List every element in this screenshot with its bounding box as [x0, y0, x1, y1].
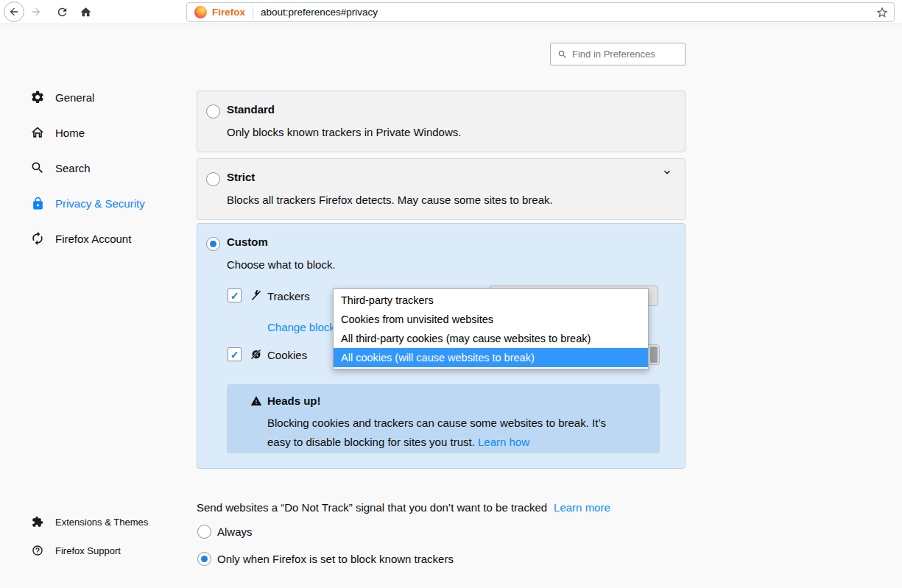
back-button[interactable]: [4, 1, 24, 22]
dnt-only-when-blocking-radio[interactable]: [197, 552, 211, 566]
trackers-label: Trackers: [267, 290, 310, 302]
search-input[interactable]: [572, 49, 685, 60]
trackers-icon: [250, 289, 262, 301]
dnt-always-label: Always: [217, 525, 253, 538]
sidebar-item-label: Privacy & Security: [55, 197, 145, 210]
puzzle-icon: [31, 516, 44, 528]
sidebar-item-firefox-support[interactable]: Firefox Support: [31, 543, 121, 558]
cookies-label: Cookies: [267, 349, 307, 361]
dnt-only-when-blocking-label: Only when Firefox is set to block known …: [217, 553, 454, 565]
strict-description: Blocks all trackers Firefox detects. May…: [227, 194, 553, 206]
sidebar-item-general[interactable]: General: [29, 88, 94, 107]
address-bar[interactable]: Firefox about:preferences#privacy: [186, 2, 895, 22]
standard-description: Only blocks known trackers in Private Wi…: [227, 126, 461, 138]
warning-text: Blocking cookies and trackers can cause …: [267, 414, 622, 452]
dnt-always-radio[interactable]: [197, 525, 211, 539]
heads-up-warning-box: Heads up! Blocking cookies and trackers …: [227, 384, 660, 453]
dropdown-option[interactable]: Cookies from unvisited websites: [334, 310, 648, 329]
learn-more-link[interactable]: Learn more: [554, 501, 610, 514]
urlbar-separator: [253, 7, 253, 18]
checkmark-icon: ✓: [230, 349, 239, 361]
warning-icon: [250, 395, 262, 407]
sidebar-item-privacy-security[interactable]: Privacy & Security: [29, 194, 145, 213]
cookies-dropdown-popup: Third-party trackers Cookies from unvisi…: [333, 288, 649, 369]
url-text[interactable]: about:preferences#privacy: [261, 7, 378, 18]
search-icon: [29, 160, 46, 175]
browser-toolbar: Firefox about:preferences#privacy: [0, 0, 902, 24]
sidebar-item-search[interactable]: Search: [29, 158, 91, 177]
do-not-track-label: Send websites a “Do Not Track” signal th…: [197, 501, 610, 514]
custom-description: Choose what to block.: [227, 258, 336, 271]
trackers-checkbox[interactable]: ✓: [228, 288, 242, 302]
identity-label: Firefox: [212, 7, 245, 18]
content-blocking-strict-card[interactable]: Strict Blocks all trackers Firefox detec…: [197, 158, 686, 220]
help-icon: [31, 545, 44, 556]
cookies-icon: [250, 348, 262, 360]
home-button[interactable]: [78, 4, 93, 19]
standard-title: Standard: [227, 103, 275, 116]
back-arrow-icon: [8, 6, 20, 18]
sidebar-item-label: Firefox Support: [55, 545, 121, 556]
sidebar-item-label: Search: [55, 162, 91, 174]
warning-title: Heads up!: [267, 394, 321, 407]
cookies-checkbox[interactable]: ✓: [228, 347, 242, 361]
learn-how-link[interactable]: Learn how: [478, 436, 529, 448]
sync-icon: [29, 231, 46, 246]
sidebar-item-firefox-account[interactable]: Firefox Account: [29, 229, 131, 248]
firefox-preferences-window: Firefox about:preferences#privacy Genera…: [0, 0, 902, 588]
find-in-preferences-search[interactable]: [550, 43, 686, 65]
custom-title: Custom: [227, 235, 268, 248]
firefox-logo-icon: [194, 6, 207, 18]
sidebar-item-home[interactable]: Home: [29, 123, 85, 142]
sidebar-item-extensions-themes[interactable]: Extensions & Themes: [31, 514, 148, 529]
sidebar-item-label: Home: [55, 127, 85, 139]
dropdown-option[interactable]: All cookies (will cause websites to brea…: [334, 348, 648, 367]
home-icon: [80, 6, 92, 18]
strict-title: Strict: [227, 171, 255, 183]
chevron-down-icon[interactable]: [661, 166, 673, 178]
sidebar-item-label: Firefox Account: [55, 233, 131, 245]
reload-button[interactable]: [54, 4, 69, 19]
forward-arrow-icon: [30, 6, 42, 18]
custom-radio[interactable]: [206, 237, 220, 251]
content-blocking-standard-card[interactable]: Standard Only blocks known trackers in P…: [197, 91, 686, 152]
sidebar-item-label: Extensions & Themes: [55, 517, 148, 528]
sidebar-item-label: General: [55, 91, 94, 104]
lock-icon: [29, 196, 46, 210]
dropdown-option[interactable]: All third-party cookies (may cause websi…: [334, 329, 648, 348]
gear-icon: [29, 90, 46, 105]
home-icon: [29, 125, 46, 140]
reload-icon: [56, 6, 68, 18]
identity-chip[interactable]: Firefox: [187, 6, 245, 18]
dropdown-option[interactable]: Third-party trackers: [334, 291, 648, 310]
strict-radio[interactable]: [206, 172, 220, 186]
standard-radio[interactable]: [206, 105, 220, 118]
checkmark-icon: ✓: [230, 290, 239, 302]
bookmark-star-icon[interactable]: [875, 6, 889, 19]
forward-button[interactable]: [29, 4, 43, 19]
search-icon: [557, 49, 568, 60]
